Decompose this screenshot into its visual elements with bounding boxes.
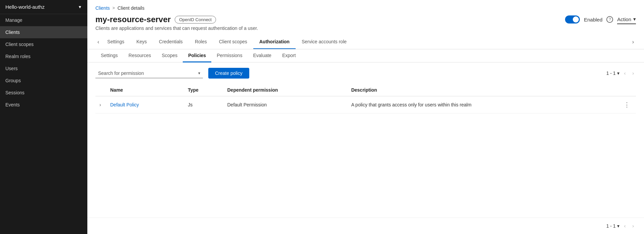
sidebar-item-clients[interactable]: Clients	[0, 26, 87, 38]
main-content: Clients > Client details my-resource-ser…	[87, 0, 644, 234]
policy-name-link[interactable]: Default Policy	[110, 102, 139, 107]
row-name-cell: Default Policy	[106, 96, 184, 113]
tab-roles[interactable]: Roles	[189, 35, 213, 49]
tab-credentials[interactable]: Credentials	[153, 35, 189, 49]
row-type-cell: Js	[184, 96, 223, 113]
sidebar-item-sessions[interactable]: Sessions	[0, 87, 87, 99]
help-icon[interactable]: ?	[606, 16, 613, 23]
page-subtitle: Clients are applications and services th…	[87, 24, 644, 35]
page-header-right: Enabled ? Action ▾	[565, 15, 636, 24]
create-policy-button[interactable]: Create policy	[208, 68, 249, 79]
tab-client-scopes[interactable]: Client scopes	[213, 35, 253, 49]
tabs-next-button[interactable]: ›	[630, 36, 636, 48]
col-expand	[95, 84, 106, 96]
bottom-pagination-next-button[interactable]: ›	[630, 222, 636, 230]
row-kebab-menu-button[interactable]: ⋮	[622, 100, 632, 109]
bottom-pagination-dropdown-icon[interactable]: ▾	[617, 223, 619, 229]
realm-name: Hello-world-authz	[5, 4, 45, 10]
action-button[interactable]: Action ▾	[617, 15, 636, 24]
pagination-right: 1 - 1 ▾ ‹ ›	[606, 69, 636, 77]
breadcrumb-clients-link[interactable]: Clients	[95, 5, 110, 11]
row-expand-button[interactable]: ›	[99, 102, 101, 107]
sub-tab-permissions[interactable]: Permissions	[211, 49, 248, 62]
col-name: Name	[106, 84, 184, 96]
pagination-dropdown-icon[interactable]: ▾	[617, 71, 619, 76]
sidebar-item-users[interactable]: Users	[0, 62, 87, 75]
bottom-pagination-prev-button[interactable]: ‹	[622, 222, 628, 230]
row-menu-cell: ⋮	[618, 96, 636, 113]
enabled-label: Enabled	[584, 17, 602, 22]
page-header: my-resource-server OpenID Connect Enable…	[87, 13, 644, 24]
openid-connect-badge: OpenID Connect	[175, 16, 216, 24]
bottom-pagination: 1 - 1 ▾ ‹ ›	[87, 218, 644, 234]
row-expand-cell: ›	[95, 96, 106, 113]
sidebar-item-label: Users	[5, 66, 18, 71]
sub-tab-resources[interactable]: Resources	[123, 49, 157, 62]
table-row: › Default Policy Js Default Permission A…	[95, 96, 636, 113]
col-description: Description	[347, 84, 618, 96]
breadcrumb-separator: >	[113, 6, 115, 10]
pagination-count: 1 - 1 ▾	[606, 71, 619, 76]
sub-tab-settings[interactable]: Settings	[95, 49, 123, 62]
search-permission-dropdown[interactable]: Search for permission ▾	[95, 68, 203, 78]
sidebar-realm-selector[interactable]: Hello-world-authz ▼	[0, 0, 87, 14]
search-placeholder-text: Search for permission	[98, 71, 196, 76]
main-tabs: ‹ Settings Keys Credentials Roles Client…	[87, 35, 644, 49]
sidebar-item-groups[interactable]: Groups	[0, 75, 87, 87]
sidebar-item-label: Events	[5, 102, 20, 107]
sidebar-item-label: Client scopes	[5, 42, 34, 47]
policies-table-container: Name Type Dependent permission Descripti…	[87, 84, 644, 218]
sidebar-item-label: Realm roles	[5, 54, 31, 59]
sub-tabs: Settings Resources Scopes Policies Permi…	[87, 49, 644, 62]
tab-service-accounts-role[interactable]: Service accounts role	[296, 35, 353, 49]
policies-table: Name Type Dependent permission Descripti…	[95, 84, 636, 113]
page-title: my-resource-server	[95, 15, 171, 24]
tab-authorization[interactable]: Authorization	[253, 35, 296, 49]
search-dropdown-arrow-icon: ▾	[198, 71, 200, 76]
tab-keys[interactable]: Keys	[130, 35, 153, 49]
sidebar-item-client-scopes[interactable]: Client scopes	[0, 38, 87, 50]
sub-tab-export[interactable]: Export	[277, 49, 301, 62]
breadcrumb-current: Client details	[118, 5, 144, 11]
toolbar: Search for permission ▾ Create policy 1 …	[87, 62, 644, 84]
tabs-prev-button[interactable]: ‹	[95, 36, 101, 48]
row-description-cell: A policy that grants access only for use…	[347, 96, 618, 113]
sub-tab-scopes[interactable]: Scopes	[157, 49, 183, 62]
tabs-list: Settings Keys Credentials Roles Client s…	[101, 35, 630, 49]
sub-tab-policies[interactable]: Policies	[183, 49, 211, 62]
sidebar-item-manage[interactable]: Manage	[0, 14, 87, 26]
action-dropdown-icon: ▾	[633, 16, 636, 22]
enabled-toggle[interactable]	[565, 15, 580, 24]
col-type: Type	[184, 84, 223, 96]
col-dependent-permission: Dependent permission	[223, 84, 347, 96]
sidebar-item-label: Clients	[5, 30, 20, 35]
bottom-pagination-count: 1 - 1 ▾	[606, 223, 619, 229]
sidebar-item-realm-roles[interactable]: Realm roles	[0, 50, 87, 62]
action-label: Action	[617, 16, 631, 22]
sidebar: Hello-world-authz ▼ Manage Clients Clien…	[0, 0, 87, 234]
page-header-left: my-resource-server OpenID Connect	[95, 15, 216, 24]
row-dependent-permission-cell: Default Permission	[223, 96, 347, 113]
breadcrumb: Clients > Client details	[87, 0, 644, 13]
col-actions	[618, 84, 636, 96]
sub-tab-evaluate[interactable]: Evaluate	[248, 49, 276, 62]
sidebar-item-label: Groups	[5, 78, 21, 83]
tab-settings[interactable]: Settings	[101, 35, 130, 49]
realm-dropdown-icon: ▼	[78, 5, 82, 9]
pagination-next-button[interactable]: ›	[630, 69, 636, 77]
pagination-prev-button[interactable]: ‹	[622, 69, 628, 77]
sidebar-item-label: Sessions	[5, 90, 25, 95]
sidebar-item-events[interactable]: Events	[0, 99, 87, 111]
sidebar-item-label: Manage	[5, 17, 23, 23]
